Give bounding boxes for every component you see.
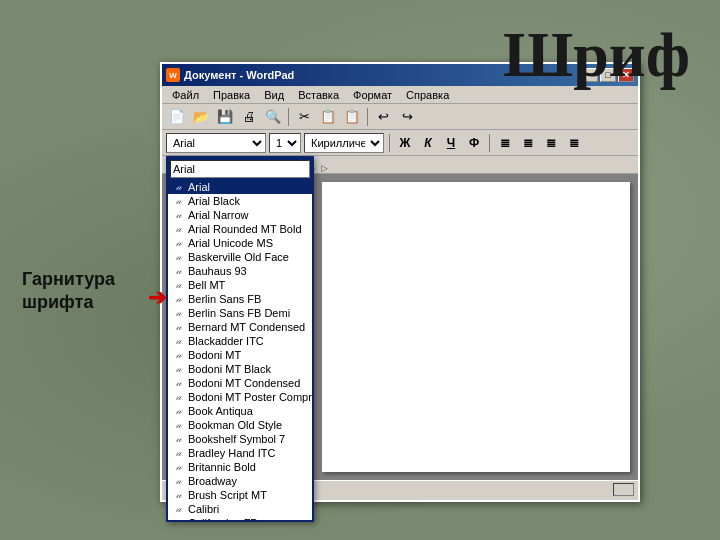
font-list-item[interactable]: 𝒶Calibri <box>168 502 312 516</box>
main-area: ◁ 5 6 7 8 9 10 11 12 13 14 15 ▷ 𝒶Ar <box>162 156 638 480</box>
font-type-icon: 𝒶 <box>172 209 184 221</box>
font-list-item[interactable]: 𝒶Broadway <box>168 474 312 488</box>
font-type-icon: 𝒶 <box>172 517 184 520</box>
align-center-button[interactable]: ≣ <box>518 133 538 153</box>
font-type-icon: 𝒶 <box>172 307 184 319</box>
font-type-icon: 𝒶 <box>172 391 184 403</box>
font-list-item[interactable]: 𝒶Bodoni MT Black <box>168 362 312 376</box>
cut-button[interactable]: ✂ <box>293 107 315 127</box>
font-name-label: Bodoni MT <box>188 349 241 361</box>
menu-help[interactable]: Справка <box>400 88 455 102</box>
font-name-label: Bauhaus 93 <box>188 265 247 277</box>
font-name-label: Britannic Bold <box>188 461 256 473</box>
align-right-button[interactable]: ≣ <box>541 133 561 153</box>
menu-insert[interactable]: Вставка <box>292 88 345 102</box>
font-name-label: Berlin Sans FB <box>188 293 261 305</box>
font-list-item[interactable]: 𝒶Berlin Sans FB Demi <box>168 306 312 320</box>
font-list-item[interactable]: 𝒶Bernard MT Condensed <box>168 320 312 334</box>
save-button[interactable]: 💾 <box>214 107 236 127</box>
menu-view[interactable]: Вид <box>258 88 290 102</box>
font-type-icon: 𝒶 <box>172 475 184 487</box>
font-type-icon: 𝒶 <box>172 279 184 291</box>
italic-button[interactable]: К <box>418 133 438 153</box>
font-name-label: Bodoni MT Condensed <box>188 377 300 389</box>
copy-button[interactable]: 📋 <box>317 107 339 127</box>
new-button[interactable]: 📄 <box>166 107 188 127</box>
format-bar: Arial 10 Кириллический Ж К Ч Ф ≣ ≣ ≣ ≣ <box>162 130 638 156</box>
font-list-item[interactable]: 𝒶Bell MT <box>168 278 312 292</box>
font-list-item[interactable]: 𝒶Arial Unicode MS <box>168 236 312 250</box>
font-name-label: Bradley Hand ITC <box>188 447 275 459</box>
font-select[interactable]: Arial <box>166 133 266 153</box>
font-list-item[interactable]: 𝒶Berlin Sans FB <box>168 292 312 306</box>
font-type-icon: 𝒶 <box>172 503 184 515</box>
font-list-item[interactable]: 𝒶Californian FB <box>168 516 312 520</box>
garnit-label: Гарнитура шрифта <box>22 268 115 315</box>
document-page[interactable] <box>322 182 630 472</box>
menu-edit[interactable]: Правка <box>207 88 256 102</box>
font-list-item[interactable]: 𝒶Baskerville Old Face <box>168 250 312 264</box>
font-type-icon: 𝒶 <box>172 237 184 249</box>
font-type-icon: 𝒶 <box>172 181 184 193</box>
font-name-label: Blackadder ITC <box>188 335 264 347</box>
font-name-label: Bell MT <box>188 279 225 291</box>
font-list[interactable]: 𝒶Arial𝒶Arial Black𝒶Arial Narrow𝒶Arial Ro… <box>168 180 312 520</box>
font-list-item[interactable]: 𝒶Arial Narrow <box>168 208 312 222</box>
wordpad-window: W Документ - WordPad ─ □ ✕ Файл Правка В… <box>160 62 640 502</box>
font-type-icon: 𝒶 <box>172 195 184 207</box>
print-preview-button[interactable]: 🔍 <box>262 107 284 127</box>
font-name-label: Arial Rounded MT Bold <box>188 223 302 235</box>
font-list-item[interactable]: 𝒶Arial <box>168 180 312 194</box>
font-list-item[interactable]: 𝒶Bodoni MT <box>168 348 312 362</box>
strikethrough-button[interactable]: Ф <box>464 133 484 153</box>
font-search-input[interactable] <box>170 160 310 178</box>
redo-button[interactable]: ↪ <box>396 107 418 127</box>
font-name-label: Berlin Sans FB Demi <box>188 307 290 319</box>
font-list-item[interactable]: 𝒶Bodoni MT Condensed <box>168 376 312 390</box>
menu-format[interactable]: Формат <box>347 88 398 102</box>
list-button[interactable]: ≣ <box>564 133 584 153</box>
paste-button[interactable]: 📋 <box>341 107 363 127</box>
print-button[interactable]: 🖨 <box>238 107 260 127</box>
align-left-button[interactable]: ≣ <box>495 133 515 153</box>
bold-button[interactable]: Ж <box>395 133 415 153</box>
font-size-select[interactable]: 10 <box>269 133 301 153</box>
font-list-item[interactable]: 𝒶Arial Rounded MT Bold <box>168 222 312 236</box>
app-icon: W <box>166 68 180 82</box>
font-name-label: Arial Unicode MS <box>188 237 273 249</box>
underline-button[interactable]: Ч <box>441 133 461 153</box>
undo-button[interactable]: ↩ <box>372 107 394 127</box>
font-list-item[interactable]: 𝒶Brush Script MT <box>168 488 312 502</box>
font-name-label: Brush Script MT <box>188 489 267 501</box>
menu-file[interactable]: Файл <box>166 88 205 102</box>
status-panel-2 <box>613 483 634 496</box>
font-name-label: Broadway <box>188 475 237 487</box>
font-type-icon: 𝒶 <box>172 377 184 389</box>
font-type-icon: 𝒶 <box>172 251 184 263</box>
font-type-icon: 𝒶 <box>172 419 184 431</box>
font-name-label: Baskerville Old Face <box>188 251 289 263</box>
encoding-select[interactable]: Кириллический <box>304 133 384 153</box>
toolbar-separator-2 <box>367 108 368 126</box>
font-list-item[interactable]: 𝒶Bauhaus 93 <box>168 264 312 278</box>
font-list-item[interactable]: 𝒶Bookshelf Symbol 7 <box>168 432 312 446</box>
font-type-icon: 𝒶 <box>172 363 184 375</box>
toolbar: 📄 📂 💾 🖨 🔍 ✂ 📋 📋 ↩ ↪ <box>162 104 638 130</box>
font-type-icon: 𝒶 <box>172 461 184 473</box>
font-name-label: Book Antiqua <box>188 405 253 417</box>
font-list-item[interactable]: 𝒶Bookman Old Style <box>168 418 312 432</box>
font-list-item[interactable]: 𝒶Book Antiqua <box>168 404 312 418</box>
font-list-item[interactable]: 𝒶Britannic Bold <box>168 460 312 474</box>
font-list-item[interactable]: 𝒶Arial Black <box>168 194 312 208</box>
format-separator-2 <box>489 134 490 152</box>
font-name-label: Bookman Old Style <box>188 419 282 431</box>
font-name-label: Arial Narrow <box>188 209 249 221</box>
font-type-icon: 𝒶 <box>172 293 184 305</box>
font-list-item[interactable]: 𝒶Blackadder ITC <box>168 334 312 348</box>
open-button[interactable]: 📂 <box>190 107 212 127</box>
font-list-item[interactable]: 𝒶Bodoni MT Poster Compr <box>168 390 312 404</box>
font-type-icon: 𝒶 <box>172 223 184 235</box>
font-list-item[interactable]: 𝒶Bradley Hand ITC <box>168 446 312 460</box>
font-type-icon: 𝒶 <box>172 321 184 333</box>
font-input-row <box>168 158 312 180</box>
